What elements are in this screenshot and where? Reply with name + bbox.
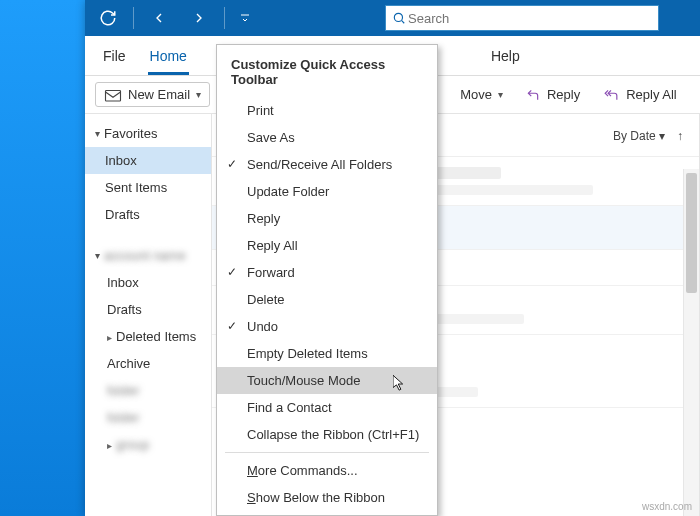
- sidebar-item-archive[interactable]: Archive: [85, 350, 211, 377]
- scrollbar[interactable]: [683, 169, 699, 516]
- qat-item-label: Empty Deleted Items: [247, 346, 368, 361]
- new-email-label: New Email: [128, 87, 190, 102]
- qat-item-label: Forward: [247, 265, 295, 280]
- reply-label: Reply: [547, 87, 580, 102]
- qat-item-collapse-the-ribbon-ctrl-f1[interactable]: Collapse the Ribbon (Ctrl+F1): [217, 421, 437, 448]
- sidebar-item-blurred[interactable]: folder: [85, 377, 211, 404]
- qat-item-reply-all[interactable]: Reply All: [217, 232, 437, 259]
- qat-item-empty-deleted-items[interactable]: Empty Deleted Items: [217, 340, 437, 367]
- qat-menu-title: Customize Quick Access Toolbar: [217, 45, 437, 97]
- sidebar-item-inbox-acct[interactable]: Inbox: [85, 269, 211, 296]
- sidebar-item-drafts-acct[interactable]: Drafts: [85, 296, 211, 323]
- check-icon: ✓: [227, 265, 237, 279]
- qat-item-label: Print: [247, 103, 274, 118]
- check-icon: ✓: [227, 157, 237, 171]
- sort-direction-icon[interactable]: ↑: [677, 129, 683, 143]
- qat-item-undo[interactable]: ✓Undo: [217, 313, 437, 340]
- mail-icon: [104, 88, 122, 102]
- scroll-thumb[interactable]: [686, 173, 697, 293]
- reply-all-icon: [602, 88, 620, 102]
- tab-file[interactable]: File: [101, 42, 128, 75]
- chevron-down-icon: ▾: [196, 89, 201, 100]
- sidebar-item-expand-blurred[interactable]: ▸group: [85, 431, 211, 458]
- qat-item-update-folder[interactable]: Update Folder: [217, 178, 437, 205]
- reply-all-button[interactable]: Reply All: [594, 83, 685, 106]
- sync-icon[interactable]: [93, 3, 123, 33]
- chevron-down-icon: ▾: [659, 129, 665, 143]
- qat-item-label: Find a Contact: [247, 400, 332, 415]
- qat-item-forward[interactable]: ✓Forward: [217, 259, 437, 286]
- qat-item-label: Undo: [247, 319, 278, 334]
- sidebar-item-drafts[interactable]: Drafts: [85, 201, 211, 228]
- move-label: Move: [460, 87, 492, 102]
- divider: [224, 7, 225, 29]
- favorites-label: Favorites: [104, 126, 157, 141]
- watermark: wsxdn.com: [642, 501, 692, 512]
- sidebar-item-inbox[interactable]: Inbox: [85, 147, 211, 174]
- sidebar-item-deleted[interactable]: ▸Deleted Items: [85, 323, 211, 350]
- title-bar: [85, 0, 700, 36]
- qat-item-label: Save As: [247, 130, 295, 145]
- chevron-down-icon: ▾: [95, 250, 100, 261]
- svg-point-1: [394, 13, 402, 21]
- sort-by-date[interactable]: By Date ▾: [613, 129, 665, 143]
- qat-item-label: Reply All: [247, 238, 298, 253]
- qat-item-print[interactable]: Print: [217, 97, 437, 124]
- customize-qat-menu: Customize Quick Access Toolbar PrintSave…: [216, 44, 438, 516]
- qat-show-below-ribbon[interactable]: Show Below the Ribbon: [217, 484, 437, 511]
- tab-help[interactable]: Help: [489, 42, 522, 75]
- undo-arrow-icon[interactable]: [144, 3, 174, 33]
- qat-item-find-a-contact[interactable]: Find a Contact: [217, 394, 437, 421]
- qat-item-label: Touch/Mouse Mode: [247, 373, 360, 388]
- mouse-cursor: [393, 375, 407, 393]
- svg-rect-3: [106, 90, 121, 101]
- redo-arrow-icon[interactable]: [184, 3, 214, 33]
- favorites-heading[interactable]: ▾ Favorites: [85, 120, 211, 147]
- svg-line-2: [402, 21, 405, 24]
- qat-item-delete[interactable]: Delete: [217, 286, 437, 313]
- search-box[interactable]: [385, 5, 659, 31]
- reply-all-label: Reply All: [626, 87, 677, 102]
- chevron-right-icon: ▸: [107, 440, 112, 451]
- qat-item-label: Reply: [247, 211, 280, 226]
- sidebar-item-sent[interactable]: Sent Items: [85, 174, 211, 201]
- search-input[interactable]: [406, 10, 652, 27]
- qat-item-reply[interactable]: Reply: [217, 205, 437, 232]
- search-icon: [392, 11, 406, 25]
- account-name-blurred: account name: [104, 248, 186, 263]
- chevron-down-icon: ▾: [498, 89, 503, 100]
- reply-icon: [525, 88, 541, 102]
- qat-more-commands[interactable]: More Commands...: [217, 457, 437, 484]
- qat-item-send-receive-all-folders[interactable]: ✓Send/Receive All Folders: [217, 151, 437, 178]
- reply-button[interactable]: Reply: [517, 83, 588, 106]
- menu-separator: [225, 452, 429, 453]
- move-button[interactable]: Move ▾: [452, 83, 511, 106]
- qat-item-label: Delete: [247, 292, 285, 307]
- chevron-down-icon: ▾: [95, 128, 100, 139]
- tab-home[interactable]: Home: [148, 42, 189, 75]
- check-icon: ✓: [227, 319, 237, 333]
- customize-qat-dropdown-icon[interactable]: [235, 3, 255, 33]
- qat-item-save-as[interactable]: Save As: [217, 124, 437, 151]
- qat-item-label: Collapse the Ribbon (Ctrl+F1): [247, 427, 419, 442]
- qat-item-label: Send/Receive All Folders: [247, 157, 392, 172]
- svg-marker-4: [393, 375, 403, 390]
- divider: [133, 7, 134, 29]
- nav-sidebar: ▾ Favorites Inbox Sent Items Drafts ▾ ac…: [85, 114, 212, 516]
- account-heading[interactable]: ▾ account name: [85, 242, 211, 269]
- sidebar-item-blurred[interactable]: folder: [85, 404, 211, 431]
- qat-item-label: Update Folder: [247, 184, 329, 199]
- new-email-button[interactable]: New Email ▾: [95, 82, 210, 107]
- chevron-right-icon: ▸: [107, 332, 112, 343]
